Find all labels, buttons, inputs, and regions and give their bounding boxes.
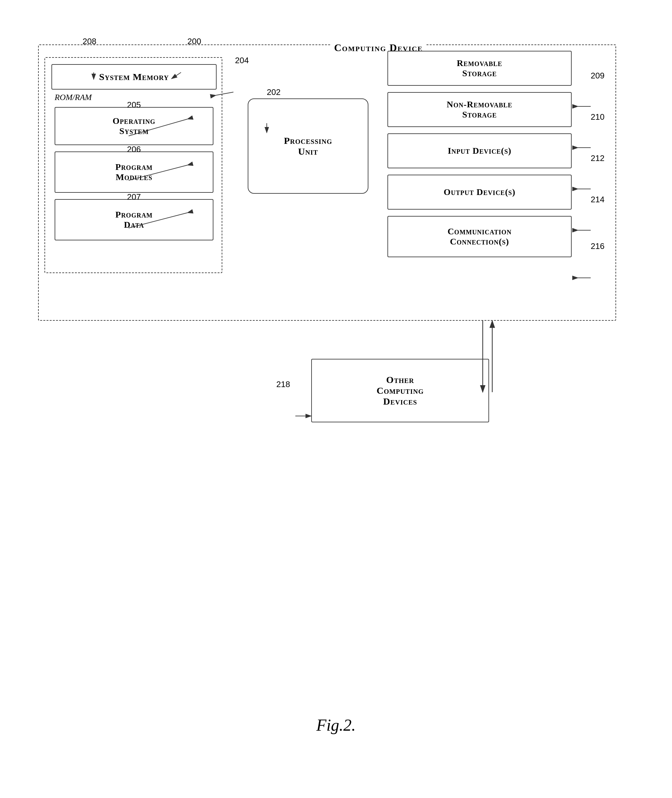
other-devices-label-line3: Devices [383,396,417,407]
rom-ram-label: ROM/RAM [54,93,92,102]
ref-216: 216 [591,241,604,251]
non-removable-storage-box: Non-Removable Storage [387,92,572,127]
os-box: Operating System [54,107,213,145]
non-removable-storage-label-line1: Non-Removable [447,99,513,110]
os-label-line2: System [119,126,149,136]
removable-storage-label-line2: Storage [462,68,497,78]
ref-206: 206 [127,144,141,154]
diagram-container: Computing Device 200 System Memory ROM/R… [19,19,648,527]
ref-209: 209 [591,71,604,81]
comm-connections-label-line1: Communication [448,226,512,237]
processing-unit-label-line1: Processing [284,135,332,146]
system-memory-outer-box: System Memory ROM/RAM Operating System P… [45,57,222,273]
program-modules-label-line2: Modules [115,172,152,182]
other-devices-label-line1: Other [386,374,414,385]
program-data-box: Program Data [54,199,213,240]
other-devices-label-line2: Computing [377,385,424,396]
other-devices-box: Other Computing Devices [311,359,489,422]
processing-unit-label-line2: Unit [298,146,318,157]
output-devices-box: Output Device(s) [387,175,572,209]
removable-storage-label-line1: Removable [457,58,502,68]
removable-storage-box: Removable Storage [387,51,572,86]
program-data-label-line2: Data [124,220,144,230]
ref-202: 202 [267,87,280,97]
ref-207: 207 [127,192,141,202]
non-removable-storage-label-line2: Storage [462,110,497,120]
output-devices-label: Output Device(s) [444,187,515,197]
communication-connections-box: Communication Connection(s) [387,216,572,257]
processing-unit-box: Processing Unit [248,98,368,194]
program-modules-box: Program Modules [54,152,213,193]
ref-218: 218 [276,379,290,389]
ref-210: 210 [591,112,604,122]
right-section: Removable Storage Non-Removable Storage … [387,51,578,264]
input-devices-box: Input Device(s) [387,133,572,168]
program-modules-label-line1: Program [115,162,152,172]
ref-214: 214 [591,195,604,205]
system-memory-box: System Memory [51,64,217,90]
ref-212: 212 [591,154,604,163]
os-label-line1: Operating [113,116,155,126]
ref-200: 200 [187,37,201,46]
program-data-label-line1: Program [115,209,152,220]
ref-204: 204 [235,56,249,66]
ref-208: 208 [83,37,96,46]
comm-connections-label-line2: Connection(s) [450,237,509,247]
input-devices-label: Input Device(s) [448,146,512,156]
ref-205: 205 [127,100,141,110]
fig-label: Fig.2. [316,716,356,734]
